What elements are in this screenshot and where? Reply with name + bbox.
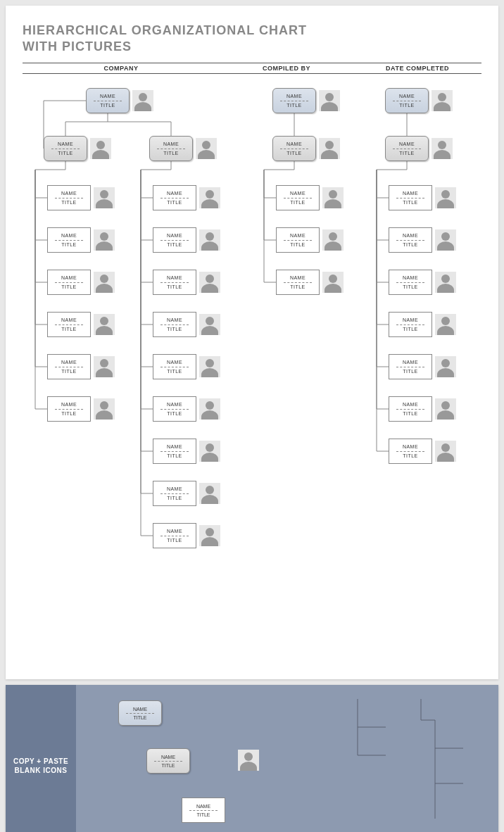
name-field: NAME	[61, 275, 77, 281]
leaf-node[interactable]: NAMETITLE	[389, 185, 456, 210]
top-node[interactable]: NAMETITLE	[272, 88, 340, 113]
separator	[160, 451, 189, 452]
node-card: NAMETITLE	[153, 396, 196, 422]
name-field: NAME	[61, 233, 77, 239]
leaf-node[interactable]: NAMETITLE	[153, 270, 220, 295]
avatar-icon	[199, 356, 220, 377]
leaf-node[interactable]: NAMETITLE	[153, 439, 220, 464]
separator	[284, 240, 312, 241]
separator	[154, 761, 182, 762]
node-card: NAMETITLE	[153, 481, 196, 506]
palette-avatar-icon[interactable]	[238, 750, 259, 771]
avatar-icon	[319, 138, 340, 159]
name-field: NAME	[167, 444, 182, 450]
separator	[396, 367, 424, 367]
name-field: NAME	[167, 486, 182, 492]
node-card: NAMETITLE	[389, 185, 432, 210]
name-field: NAME	[403, 233, 418, 239]
leaf-node[interactable]: NAMETITLE	[47, 312, 115, 337]
name-field: NAME	[100, 94, 115, 99]
leaf-node[interactable]: NAMETITLE	[153, 523, 220, 548]
avatar-icon	[94, 398, 115, 420]
title-field: TITLE	[290, 200, 305, 206]
avatar-icon	[322, 229, 344, 251]
leaf-node[interactable]: NAMETITLE	[47, 185, 115, 210]
leaf-node[interactable]: NAMETITLE	[47, 396, 115, 422]
avatar-icon	[199, 272, 220, 293]
leaf-node[interactable]: NAMETITLE	[153, 354, 220, 379]
avatar-icon	[435, 272, 456, 293]
separator	[94, 101, 122, 101]
name-field: NAME	[167, 360, 182, 365]
avatar-icon	[435, 314, 456, 335]
name-field: NAME	[167, 402, 182, 408]
title-field: TITLE	[61, 242, 77, 248]
node-card: NAMETITLE	[276, 270, 320, 295]
name-field: NAME	[61, 317, 77, 323]
leaf-node[interactable]: NAMETITLE	[276, 185, 344, 210]
avatar-icon	[199, 441, 220, 462]
leaf-node[interactable]: NAMETITLE	[47, 270, 115, 295]
palette-leaf-card[interactable]: NAME TITLE	[182, 798, 225, 823]
leaf-node[interactable]: NAMETITLE	[389, 354, 456, 379]
mid-node[interactable]: NAMETITLE	[44, 136, 111, 161]
title-field: TITLE	[167, 411, 182, 417]
header-date-completed: DATE COMPLETED	[353, 65, 481, 72]
node-card: NAMETITLE	[153, 523, 196, 548]
mid-node[interactable]: NAMETITLE	[149, 136, 217, 161]
separator	[396, 324, 424, 325]
palette-top-card[interactable]: NAME TITLE	[118, 700, 162, 726]
avatar-icon	[199, 314, 220, 335]
title-field: TITLE	[167, 284, 182, 290]
title-field: TITLE	[399, 103, 415, 108]
name-field: NAME	[403, 444, 418, 450]
title-field: TITLE	[403, 411, 418, 417]
leaf-node[interactable]: NAMETITLE	[276, 227, 344, 253]
top-node[interactable]: NAMETITLE	[86, 88, 153, 113]
leaf-node[interactable]: NAMETITLE	[47, 354, 115, 379]
title-field: TITLE	[61, 284, 77, 290]
top-node[interactable]: NAMETITLE	[385, 88, 453, 113]
leaf-node[interactable]: NAMETITLE	[153, 312, 220, 337]
leaf-node[interactable]: NAMETITLE	[153, 481, 220, 506]
separator	[51, 149, 80, 149]
name-field: NAME	[61, 191, 77, 196]
name-field: NAME	[286, 141, 302, 147]
node-card: NAMETITLE	[153, 439, 196, 464]
template-page: HIERARCHICAL ORGANIZATIONAL CHART WITH P…	[6, 6, 498, 679]
title-field: TITLE	[61, 411, 77, 417]
name-field: NAME	[403, 275, 418, 281]
avatar-icon	[132, 90, 153, 111]
avatar-icon	[435, 187, 456, 208]
avatar-icon	[322, 272, 344, 293]
leaf-node[interactable]: NAMETITLE	[153, 396, 220, 422]
leaf-node[interactable]: NAMETITLE	[47, 227, 115, 253]
node-card: NAMETITLE	[153, 354, 196, 379]
palette-mid-card[interactable]: NAME TITLE	[146, 748, 190, 774]
mid-node[interactable]: NAMETITLE	[272, 136, 340, 161]
title-field: TITLE	[286, 151, 302, 156]
node-card: NAMETITLE	[47, 396, 91, 422]
mid-node[interactable]: NAMETITLE	[385, 136, 453, 161]
name-field: NAME	[403, 402, 418, 408]
title-field: TITLE	[403, 369, 418, 374]
leaf-node[interactable]: NAMETITLE	[389, 270, 456, 295]
node-card: NAMETITLE	[153, 227, 196, 253]
separator	[55, 240, 83, 241]
title-field: TITLE	[403, 453, 418, 459]
leaf-node[interactable]: NAMETITLE	[153, 227, 220, 253]
leaf-node[interactable]: NAMETITLE	[276, 270, 344, 295]
leaf-node[interactable]: NAMETITLE	[389, 312, 456, 337]
name-field: NAME	[161, 755, 175, 759]
separator	[393, 101, 421, 101]
leaf-node[interactable]: NAMETITLE	[389, 396, 456, 422]
leaf-node[interactable]: NAMETITLE	[153, 185, 220, 210]
leaf-node[interactable]: NAMETITLE	[389, 227, 456, 253]
title-field: TITLE	[290, 242, 305, 248]
palette-panel: COPY + PASTE BLANK ICONS NAME TITLE NAME…	[6, 685, 498, 832]
separator	[280, 149, 308, 149]
title-line-2: WITH PICTURES	[23, 39, 132, 53]
node-card: NAMETITLE	[389, 354, 432, 379]
separator	[396, 240, 424, 241]
leaf-node[interactable]: NAMETITLE	[389, 439, 456, 464]
